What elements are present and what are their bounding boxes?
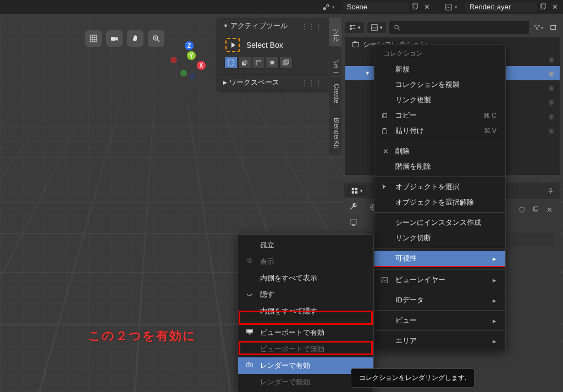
menu-new[interactable]: 新規 bbox=[374, 62, 505, 77]
eye-icon[interactable]: ◉ bbox=[548, 55, 554, 63]
vtab-view[interactable]: ビュー bbox=[329, 47, 341, 76]
copy-icon[interactable] bbox=[529, 203, 542, 216]
svg-rect-6 bbox=[541, 3, 545, 8]
menu-visibility[interactable]: 可視性▸ bbox=[374, 251, 505, 266]
gizmo-neg-y[interactable] bbox=[180, 70, 187, 76]
menu-instance-to-scene[interactable]: シーンにインスタンス作成 bbox=[374, 215, 505, 230]
vtab-blenderkit[interactable]: BlenderKit bbox=[329, 111, 341, 154]
menu-delete-hierarchy[interactable]: 階層を削除 bbox=[374, 159, 505, 174]
outliner-display-mode[interactable]: ▾ bbox=[345, 22, 364, 33]
active-tool-title: アクティブツール bbox=[230, 21, 288, 31]
drag-handle-icon[interactable]: ⋮⋮⋮ bbox=[301, 79, 322, 87]
svg-rect-3 bbox=[413, 3, 417, 8]
renderlayer-field[interactable]: RenderLayer bbox=[465, 2, 537, 12]
submenu-isolate[interactable]: 孤立 bbox=[238, 237, 373, 253]
menu-paste[interactable]: 貼り付け⌘ V bbox=[374, 123, 505, 139]
annotation-text: この２つを有効に bbox=[88, 328, 196, 344]
sidebar-vertical-tabs: ツール ビュー Create BlenderKit bbox=[329, 18, 341, 154]
svg-rect-21 bbox=[372, 25, 378, 31]
properties-tabs bbox=[344, 198, 364, 231]
submenu-disable-viewport[interactable]: ビューポートで無効 bbox=[238, 341, 373, 357]
menu-id-data[interactable]: IDデータ▸ bbox=[374, 292, 505, 308]
gizmo-x-axis[interactable]: X bbox=[197, 61, 206, 70]
menu-view[interactable]: ビュー▸ bbox=[374, 313, 505, 328]
menu-duplicate-linked[interactable]: リンク複製 bbox=[374, 92, 505, 108]
viewport-toolbar bbox=[85, 30, 164, 47]
shield-icon[interactable] bbox=[516, 203, 528, 216]
camera-icon[interactable] bbox=[106, 30, 123, 47]
gizmo-neg-x[interactable] bbox=[170, 57, 177, 63]
menu-select-objects[interactable]: オブジェクトを選択 bbox=[374, 179, 505, 195]
delete-scene-button[interactable]: ✕ bbox=[421, 1, 433, 13]
menu-area[interactable]: エリア▸ bbox=[374, 333, 505, 349]
prop-tab-tool[interactable] bbox=[344, 198, 363, 214]
tooltip: コレクションをレンダリングします. bbox=[351, 368, 474, 388]
gizmo-y-axis[interactable]: Y bbox=[187, 51, 196, 60]
select-box-label: Select Box bbox=[246, 41, 283, 49]
hand-icon[interactable] bbox=[127, 30, 143, 47]
active-tool-header[interactable]: ▼ アクティブツール ⋮⋮⋮ bbox=[218, 18, 328, 34]
submenu-show-all-inside[interactable]: 内側をすべて表示 bbox=[238, 270, 373, 286]
orientation-gizmo[interactable]: Z Y X bbox=[170, 41, 209, 80]
menu-deselect-objects[interactable]: オブジェクトを選択解除 bbox=[374, 195, 505, 210]
svg-rect-29 bbox=[352, 191, 354, 194]
grid-icon[interactable] bbox=[85, 30, 102, 47]
vtab-create[interactable]: Create bbox=[329, 77, 341, 110]
new-viewlayer-button[interactable] bbox=[537, 1, 549, 13]
submenu-hide[interactable]: 隠す bbox=[238, 286, 373, 303]
drag-handle-icon[interactable]: ⋮⋮⋮ bbox=[301, 22, 322, 30]
menu-copy[interactable]: コピー⌘ C bbox=[374, 108, 505, 123]
close-icon[interactable]: ✕ bbox=[543, 203, 555, 216]
eye-icon[interactable]: ◉ bbox=[548, 84, 554, 92]
select-mode-invert[interactable] bbox=[266, 57, 279, 69]
select-mode-subtract[interactable] bbox=[252, 57, 265, 69]
svg-point-1 bbox=[326, 4, 328, 7]
svg-point-0 bbox=[323, 7, 326, 10]
prop-tab-render[interactable] bbox=[344, 214, 363, 231]
submenu-show[interactable]: 表示 bbox=[238, 253, 373, 270]
properties-editor-type[interactable]: ▾ bbox=[347, 185, 366, 196]
eye-closed-icon bbox=[246, 290, 253, 297]
submenu-hide-all-inside[interactable]: 内側をすべて隠す bbox=[238, 303, 373, 319]
properties-pin[interactable] bbox=[544, 185, 556, 197]
svg-rect-31 bbox=[351, 219, 356, 224]
workspace-header[interactable]: ▶ ワークスペース ⋮⋮⋮ bbox=[218, 74, 328, 90]
new-scene-button[interactable] bbox=[409, 1, 421, 13]
menu-duplicate-collection[interactable]: コレクションを複製 bbox=[374, 77, 505, 92]
select-mode-set[interactable] bbox=[224, 57, 238, 69]
eye-icon[interactable]: ◉ bbox=[548, 126, 554, 135]
eye-icon[interactable]: ◉ bbox=[548, 69, 554, 78]
svg-line-23 bbox=[398, 29, 400, 30]
select-mode-extend[interactable] bbox=[238, 57, 251, 69]
eye-icon bbox=[246, 257, 253, 264]
svg-rect-27 bbox=[352, 188, 354, 190]
outliner-search[interactable] bbox=[389, 21, 529, 34]
eye-icon[interactable]: ◉ bbox=[548, 112, 554, 120]
menu-delete[interactable]: ✕ 削除 bbox=[374, 143, 505, 159]
scene-selector[interactable]: ▾ bbox=[319, 2, 338, 12]
outliner-filter-button[interactable]: ▾ bbox=[532, 21, 544, 34]
gizmo-z-axis[interactable]: Z bbox=[185, 41, 194, 50]
outliner-new-collection[interactable] bbox=[548, 21, 560, 34]
svg-rect-38 bbox=[382, 129, 387, 134]
zoom-icon[interactable] bbox=[148, 30, 164, 47]
scene-name-field[interactable]: Scene bbox=[343, 2, 409, 12]
viewlayer-selector[interactable]: ▾ bbox=[441, 2, 461, 12]
svg-rect-43 bbox=[247, 330, 252, 333]
select-box-tool-icon bbox=[225, 38, 240, 52]
scene-icon bbox=[322, 3, 330, 11]
outliner-viewlayer-drop[interactable]: ▾ bbox=[367, 22, 386, 33]
delete-viewlayer-button[interactable]: ✕ bbox=[549, 1, 561, 13]
gizmo-neg-z[interactable] bbox=[189, 73, 196, 80]
select-mode-intersect[interactable] bbox=[279, 57, 292, 69]
menu-view-layer[interactable]: ビューレイヤー▸ bbox=[374, 272, 505, 288]
eye-icon[interactable]: ◉ bbox=[548, 98, 554, 106]
svg-rect-40 bbox=[382, 277, 388, 283]
menu-unlink[interactable]: リンク切断 bbox=[374, 230, 505, 246]
cursor-icon bbox=[381, 184, 390, 190]
submenu-enable-viewport[interactable]: ビューポートで有効 bbox=[238, 324, 373, 341]
outliner-header: ▾ ▾ ▾ bbox=[345, 19, 560, 36]
image-icon bbox=[445, 3, 452, 11]
copy-icon bbox=[381, 112, 390, 119]
vtab-tool[interactable]: ツール bbox=[329, 18, 341, 46]
